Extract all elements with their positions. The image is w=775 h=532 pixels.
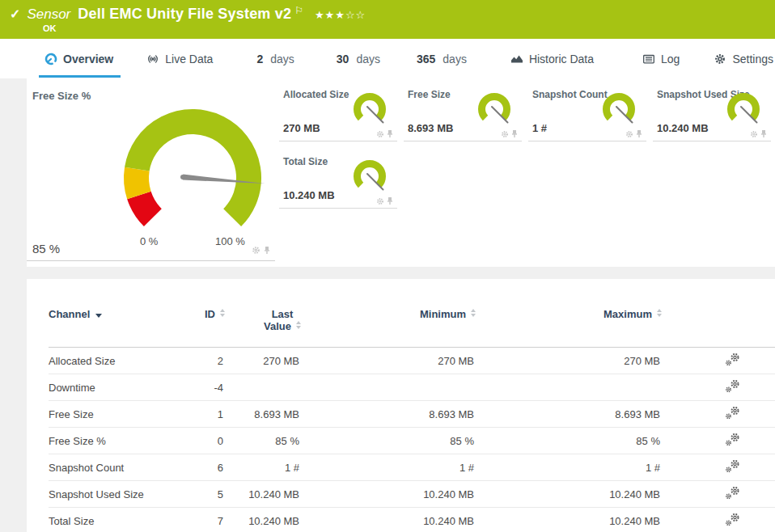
table-row[interactable]: Downtime -4 [49, 374, 775, 401]
maximum-cell: 1 # [476, 462, 662, 474]
table-row[interactable]: Total Size 7 10.240 MB 10.240 MB 10.240 … [49, 508, 775, 532]
tile-value: 1 # [532, 122, 547, 134]
pin-icon[interactable] [386, 196, 394, 205]
tab-number: 365 [417, 53, 435, 65]
gear-icon[interactable] [501, 130, 509, 138]
tile-value: 10.240 MB [657, 122, 709, 134]
pin-icon[interactable] [386, 129, 394, 138]
pin-icon[interactable] [510, 129, 519, 138]
tile-gauge [598, 89, 640, 131]
channel-name-cell[interactable]: Snapshot Used Size [49, 488, 178, 500]
channel-name-cell[interactable]: Free Size % [49, 435, 178, 447]
row-actions [662, 513, 775, 529]
minimum-cell: 10.240 MB [301, 515, 476, 527]
channel-name-cell[interactable]: Allocated Size [49, 355, 178, 367]
free-size-gauge [112, 101, 273, 251]
gear-icon[interactable] [750, 130, 758, 138]
table-row[interactable]: Free Size % 0 85 % 85 % 85 % [49, 428, 775, 454]
pin-icon[interactable] [760, 129, 768, 138]
row-actions [662, 459, 775, 475]
column-header-minimum[interactable]: Minimum [301, 308, 476, 320]
tab-log[interactable]: Log [642, 48, 680, 70]
stars-filled: ★★★ [315, 9, 345, 21]
column-header-last-value[interactable]: LastValue [225, 308, 301, 332]
maximum-cell: 270 MB [476, 355, 662, 367]
flag-icon[interactable]: ⚐ [294, 5, 303, 16]
tab-label: days [443, 53, 467, 65]
gear-icon[interactable] [376, 197, 384, 205]
channel-id-cell: 5 [178, 488, 225, 500]
maximum-cell: 85 % [476, 435, 662, 447]
channel-settings-icon[interactable] [725, 433, 741, 446]
priority-stars[interactable]: ★★★☆☆ [315, 9, 366, 21]
last-value-cell: 10.240 MB [225, 515, 301, 527]
gauge-scale-min: 0 % [140, 235, 158, 247]
channel-tile[interactable]: Allocated Size 270 MB [279, 78, 397, 141]
row-actions [662, 353, 775, 369]
log-icon [642, 53, 655, 65]
column-header-maximum[interactable]: Maximum [476, 308, 662, 320]
sensor-header-line: ✓ Sensor Dell EMC Unity File System v2 ⚐… [10, 6, 366, 23]
minimum-cell: 270 MB [301, 355, 476, 367]
tab-historic-data[interactable]: Historic Data [510, 48, 594, 70]
maximum-cell: 10.240 MB [476, 488, 662, 500]
table-row[interactable]: Allocated Size 2 270 MB 270 MB 270 MB [49, 348, 775, 374]
overview-content: Free Size % 0 % 100 % 85 % [0, 78, 775, 532]
gear-icon[interactable] [252, 246, 260, 255]
pin-icon[interactable] [263, 246, 271, 255]
sort-icon [657, 309, 662, 317]
chevron-down-icon [95, 314, 102, 318]
tab-overview[interactable]: Overview [44, 48, 113, 70]
tab-live-data[interactable]: Live Data [146, 48, 213, 70]
area-chart-icon [510, 53, 523, 65]
table-row[interactable]: Snapshot Used Size 5 10.240 MB 10.240 MB… [49, 481, 775, 508]
channel-tile[interactable]: Total Size 10.240 MB [279, 146, 397, 209]
channel-tile[interactable]: Snapshot Count 1 # [528, 78, 646, 141]
channel-name-cell[interactable]: Free Size [49, 408, 178, 420]
stars-empty: ☆☆ [345, 9, 366, 21]
gauge-scale-max: 100 % [215, 235, 245, 247]
channel-settings-icon[interactable] [725, 353, 741, 366]
channel-settings-icon[interactable] [725, 459, 741, 473]
channel-tile[interactable]: Snapshot Used Size 10.240 MB [653, 78, 771, 141]
tab-365-days[interactable]: 365 days [417, 48, 467, 70]
channel-settings-icon[interactable] [725, 513, 741, 526]
tile-gauge [349, 89, 391, 131]
tile-title: Total Size [283, 156, 328, 167]
pin-icon[interactable] [635, 129, 643, 138]
broadcast-icon [146, 53, 159, 65]
tab-number: 30 [337, 53, 349, 65]
table-row[interactable]: Snapshot Count 6 1 # 1 # 1 # [49, 454, 775, 481]
tile-value: 270 MB [283, 122, 320, 134]
tab-settings[interactable]: Settings [714, 48, 773, 70]
channel-settings-icon[interactable] [725, 406, 741, 420]
tab-bar: Overview Live Data 2 days 30 days 365 da… [0, 39, 775, 78]
column-header-id[interactable]: ID [178, 308, 225, 320]
sensor-title: Dell EMC Unity File System v2 [78, 6, 291, 23]
gear-icon[interactable] [376, 130, 384, 138]
channel-tile[interactable]: Free Size 8.693 MB [404, 78, 522, 141]
tab-30-days[interactable]: 30 days [337, 48, 380, 70]
tab-label: days [270, 53, 294, 65]
channel-settings-icon[interactable] [725, 379, 741, 393]
mini-tiles: Allocated Size 270 MB [279, 78, 775, 209]
channel-name-cell[interactable]: Total Size [49, 515, 178, 527]
channel-id-cell: 1 [178, 408, 225, 420]
gear-icon[interactable] [625, 130, 633, 138]
tab-2-days[interactable]: 2 days [256, 48, 294, 70]
primary-channel-gauge-card[interactable]: Free Size % 0 % 100 % 85 % [27, 78, 275, 261]
minimum-cell: 10.240 MB [301, 488, 476, 500]
column-header-channel[interactable]: Channel [49, 308, 178, 320]
tab-label: Historic Data [529, 53, 594, 65]
tab-label: Overview [63, 53, 113, 65]
last-value-cell: 8.693 MB [225, 408, 301, 420]
channel-table-body: Allocated Size 2 270 MB 270 MB 270 MB [49, 348, 775, 532]
maximum-cell: 8.693 MB [476, 408, 662, 420]
channel-name-cell[interactable]: Downtime [49, 382, 178, 394]
gauges-section: Free Size % 0 % 100 % 85 % [27, 78, 775, 267]
table-row[interactable]: Free Size 1 8.693 MB 8.693 MB 8.693 MB [49, 401, 775, 428]
last-value-cell: 270 MB [225, 355, 301, 367]
channel-name-cell[interactable]: Snapshot Count [49, 462, 178, 474]
channel-settings-icon[interactable] [725, 486, 741, 500]
sort-icon [296, 321, 301, 329]
